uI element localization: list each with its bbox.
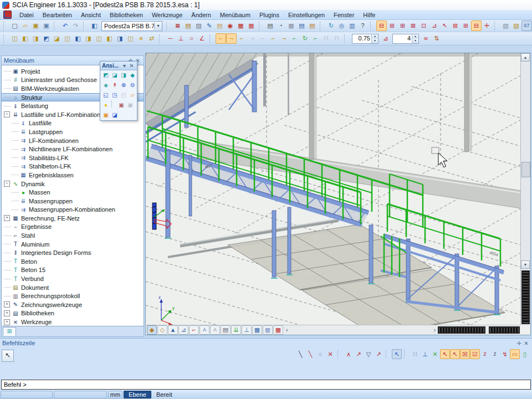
- tree-item-verbund[interactable]: TVerbund: [2, 274, 144, 283]
- angle-step-button[interactable]: ≍: [421, 33, 431, 44]
- command-input[interactable]: Befehl >: [1, 380, 531, 390]
- project-manager-button[interactable]: ◧: [89, 21, 100, 31]
- hinge-none-button[interactable]: ¬: [247, 33, 258, 44]
- labels-nodes-button[interactable]: A: [200, 325, 209, 335]
- view-settings-button[interactable]: ▤: [221, 325, 231, 335]
- new-project-button[interactable]: ▢: [9, 21, 20, 31]
- cross-section-11-button[interactable]: ◨: [115, 33, 125, 44]
- hinge-fz-button[interactable]: ⌐: [268, 33, 279, 44]
- select-circle-button[interactable]: ○: [315, 349, 325, 359]
- model-viewport[interactable]: z y x M27 4554 ▲ ▼ ◆◇▲⊿⌐AA▤⇊⊥▦▦▦ ‹ ›: [145, 53, 531, 335]
- cross-section-8-button[interactable]: ◨: [83, 33, 94, 44]
- cross-section-10-button[interactable]: ◧: [104, 33, 115, 44]
- table-input-button[interactable]: ▦: [236, 21, 246, 31]
- snap-endpoint-button[interactable]: ↖: [440, 349, 450, 359]
- tree-expander-icon[interactable]: +: [4, 301, 10, 308]
- cross-section-2-button[interactable]: ◧: [20, 33, 30, 44]
- view-67-button[interactable]: 67: [521, 21, 532, 31]
- combo-dropdown-icon[interactable]: ▾: [154, 22, 162, 30]
- tree-item-werkzeuge[interactable]: +✕Werkzeuge: [2, 318, 144, 326]
- circle-button[interactable]: ○: [186, 33, 197, 44]
- tree-item-aluminium[interactable]: TAluminium: [2, 240, 144, 249]
- tree-expander-icon[interactable]: −: [4, 181, 10, 187]
- vscroll-thumb[interactable]: [521, 162, 530, 177]
- scroll-up-icon[interactable]: ▲: [521, 53, 530, 62]
- menu-einstellungen[interactable]: Einstellungen: [284, 11, 329, 19]
- hinge-end-button[interactable]: ⌐: [237, 33, 247, 44]
- tree-item-zeichnungswerkzeuge[interactable]: +✎Zeichnungswerkzeuge: [2, 300, 144, 309]
- hinge-start-button[interactable]: ¬: [226, 33, 237, 44]
- tree-expander-icon[interactable]: −: [4, 111, 10, 117]
- layers-view-button[interactable]: ▦: [263, 325, 273, 335]
- count-spinner-arrows[interactable]: ▴▾: [412, 34, 418, 43]
- snap-angle-button[interactable]: ∧: [344, 349, 354, 359]
- swap-members-button[interactable]: ⇄: [146, 33, 157, 44]
- scale-spinner[interactable]: 0.75 ▴▾: [352, 34, 378, 44]
- beam-line-button[interactable]: ─: [165, 33, 176, 44]
- cross-section-4-button[interactable]: ◩: [41, 33, 52, 44]
- show-member-surfaces-button[interactable]: ⊡: [418, 21, 429, 31]
- menu-fenster[interactable]: Fenster: [329, 11, 359, 19]
- ruler-button[interactable]: ▭: [510, 349, 520, 359]
- select-point-button[interactable]: ╲: [305, 349, 315, 359]
- tree-item-nichtlineare-lf-kombinationen[interactable]: ⇉Nichtlineare LF-Kombinationen: [2, 145, 144, 154]
- cross-section-3-button[interactable]: ◨: [30, 33, 41, 44]
- tree-item-dokument[interactable]: ▤Dokument: [2, 283, 144, 292]
- snap-line-grid-button[interactable]: ⊥: [420, 349, 430, 359]
- tree-item-bibliotheken[interactable]: +▤Bibliotheken: [2, 309, 144, 318]
- tree-item-lf-kombinationen[interactable]: ⇉LF-Kombinationen: [2, 136, 144, 145]
- menu-men-baum[interactable]: Menübaum: [216, 11, 255, 19]
- menu-bibliotheken[interactable]: Bibliotheken: [105, 11, 147, 19]
- view-palette-header[interactable]: Ansi... ▾ ✕: [100, 62, 137, 70]
- tree-item-dynamik[interactable]: −∿Dynamik: [2, 180, 144, 188]
- select-nodes-button[interactable]: ↖: [439, 21, 450, 31]
- snap-segment-button[interactable]: ↗: [374, 349, 383, 359]
- add-node-button[interactable]: ⊞: [461, 21, 471, 31]
- snap-midpoint-button[interactable]: ↖: [450, 349, 460, 359]
- hinge-h1-button[interactable]: ⊓: [321, 33, 331, 44]
- menu-hilfe[interactable]: Hilfe: [359, 11, 380, 19]
- hinge-copy-button[interactable]: ⌐: [310, 33, 321, 44]
- cross-section-1-button[interactable]: ◫: [9, 33, 20, 44]
- show-node-numbers-button[interactable]: ⊟: [376, 21, 387, 31]
- zoom-window-button[interactable]: ◱: [101, 91, 110, 100]
- menu--ndern[interactable]: Ändern: [187, 11, 215, 19]
- mirror-members-button[interactable]: ∗: [136, 33, 146, 44]
- view-axo-button[interactable]: ◆: [128, 71, 137, 80]
- save-image-button[interactable]: ▧: [511, 21, 521, 31]
- tree-item-lastgruppen[interactable]: ⇊Lastgruppen: [2, 127, 144, 136]
- pan-bar-1[interactable]: [438, 326, 485, 334]
- hinge-h2-button[interactable]: ⊓: [331, 33, 342, 44]
- selection-off-button[interactable]: ✕: [325, 349, 335, 359]
- hinge-custom-button[interactable]: ⌐: [258, 33, 268, 44]
- document-button[interactable]: ▤: [296, 21, 307, 31]
- menubaum-tab[interactable]: ⊞: [3, 327, 16, 336]
- clipboard-button[interactable]: ▤: [214, 21, 225, 31]
- painter-button[interactable]: ◪: [110, 111, 119, 120]
- light-button[interactable]: ●: [101, 101, 110, 110]
- tree-expander-icon[interactable]: +: [4, 215, 10, 221]
- xy-parameters-button[interactable]: ✎: [204, 21, 214, 31]
- tree-item-ergebnisklassen[interactable]: ▦Ergebnisklassen: [2, 171, 144, 180]
- tree-item-stahlbeton-lfk[interactable]: ⇉Stahlbeton-LFK: [2, 162, 144, 171]
- view-yz-button[interactable]: ◨: [119, 71, 128, 80]
- menu-bearbeiten[interactable]: Bearbeiten: [38, 11, 76, 19]
- status-plane[interactable]: Ebene XY: [124, 391, 151, 398]
- document-window-icon[interactable]: [3, 11, 12, 19]
- show-member-numbers-button[interactable]: ⊞: [387, 21, 397, 31]
- capture-view-off-button[interactable]: ▣: [126, 101, 135, 110]
- model-3d-view[interactable]: z y x M27 4554: [146, 53, 521, 325]
- capture-view-button[interactable]: ▣: [117, 101, 126, 110]
- cross-section-5-button[interactable]: ◪: [52, 33, 62, 44]
- view-xz-button[interactable]: ◪: [110, 71, 119, 80]
- hinge-moment-button[interactable]: ⌐: [289, 33, 300, 44]
- labels-members-button[interactable]: A: [210, 325, 220, 335]
- menu-plugins[interactable]: Plugins: [255, 11, 284, 19]
- view-xy-button[interactable]: ◩: [101, 71, 110, 80]
- tree-item-integriertes-design-forms[interactable]: ‖Integriertes Design Forms: [2, 248, 144, 257]
- cross-section-6-button[interactable]: ◫: [62, 33, 73, 44]
- redo-button[interactable]: ↷: [70, 21, 81, 31]
- wireframe-mode-button[interactable]: ◇: [157, 325, 167, 335]
- delete-node-button[interactable]: ⊠: [450, 21, 461, 31]
- dimension-button[interactable]: ⇅: [431, 33, 442, 44]
